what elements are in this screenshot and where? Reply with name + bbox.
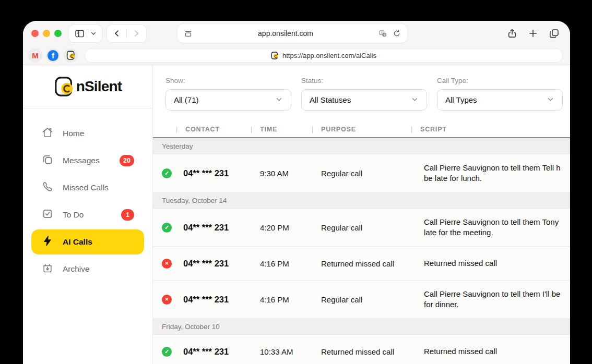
script-line: Call Pierre Sauvignon to tell them I'll … [424, 289, 570, 299]
page-favicon-icon [271, 52, 279, 59]
translate-icon[interactable]: A 文 [378, 29, 387, 38]
call-type-dropdown[interactable]: All Types [437, 89, 563, 111]
logo: nSilent [23, 65, 152, 108]
address-url[interactable]: app.onsilent.com [193, 29, 378, 38]
onsilent-logo-icon [54, 76, 76, 98]
chevron-down-icon [411, 95, 419, 105]
call-row[interactable]: ✕04** *** 2314:16 PMReturned missed call… [153, 247, 570, 281]
status-cell: ✓ [153, 347, 176, 357]
minimize-window-button[interactable] [43, 30, 50, 37]
script-line: be late for lunch. [424, 173, 570, 184]
archive-icon [41, 262, 54, 276]
contact-cell: 04** *** 231 [176, 168, 251, 178]
back-icon[interactable] [112, 29, 122, 38]
date-group-header: Yesterday [153, 138, 570, 154]
sidebar-nav: HomeMessages20Missed CallsTo Do1AI Calls… [23, 108, 152, 294]
table-header: |CONTACT |TIME |PURPOSE |SCRIPT [153, 122, 570, 138]
script-line: Call Pierre Sauvignon to tell them Tony [424, 217, 570, 227]
date-group-header: Friday, October 10 [153, 319, 570, 335]
call-success-icon: ✓ [162, 223, 172, 233]
sidebar: nSilent HomeMessages20Missed CallsTo Do1… [23, 65, 153, 364]
filter-call-type: Call Type:All Types [437, 77, 563, 111]
call-row[interactable]: ✓04** *** 23110:33 AMReturned missed cal… [153, 335, 570, 364]
bolt-icon [41, 235, 54, 249]
dropdown-value: All Types [445, 95, 477, 104]
facebook-favicon[interactable]: f [46, 48, 60, 63]
sidebar-item-messages[interactable]: Messages20 [31, 148, 144, 173]
sidebar-item-home[interactable]: Home [31, 121, 144, 146]
contact-cell: 04** *** 231 [176, 223, 251, 233]
tab-overview-icon[interactable] [549, 28, 560, 39]
call-row[interactable]: ✕04** *** 2314:16 PMRegular callCall Pie… [153, 281, 570, 319]
call-failed-icon: ✕ [162, 295, 172, 305]
sidebar-item-label: Missed Calls [63, 183, 109, 192]
share-icon[interactable] [507, 28, 517, 39]
todo-icon [41, 208, 54, 222]
filters-row: Show:All (71)Status:All StatusesCall Typ… [153, 65, 570, 122]
status-cell: ✓ [153, 223, 176, 233]
onsilent-favicon[interactable] [64, 48, 78, 63]
sidebar-item-label: AI Calls [63, 237, 92, 247]
status-cell: ✕ [153, 295, 176, 305]
main-panel: Show:All (71)Status:All StatusesCall Typ… [153, 65, 570, 364]
copy-icon [41, 153, 54, 168]
sidebar-item-archive[interactable]: Archive [31, 257, 144, 282]
svg-text:文: 文 [383, 33, 386, 36]
time-cell: 10:33 AM [251, 347, 312, 356]
chevron-down-icon [275, 95, 283, 105]
time-cell: 4:16 PM [251, 259, 312, 268]
purpose-cell: Regular call [312, 169, 411, 178]
status-dropdown[interactable]: All Statuses [301, 89, 427, 111]
sidebar-toggle-group [69, 25, 102, 42]
chevron-down-icon [547, 95, 554, 105]
sidebar-item-to-do[interactable]: To Do1 [31, 202, 144, 227]
home-icon [41, 126, 54, 141]
call-row[interactable]: ✓04** *** 2319:30 AMRegular callCall Pie… [153, 154, 570, 192]
contact-cell: 04** *** 231 [176, 259, 251, 269]
dropdown-value: All Statuses [310, 95, 351, 104]
dropdown-value: All (71) [174, 95, 199, 104]
column-header-contact: |CONTACT [176, 126, 251, 133]
notification-badge: 1 [121, 209, 134, 221]
column-header-purpose: |PURPOSE [312, 126, 411, 133]
script-cell: Call Pierre Sauvignon to tell them I'll … [411, 289, 570, 310]
filter-label: Show: [165, 77, 291, 84]
contact-cell: 04** *** 231 [176, 295, 251, 305]
reload-icon[interactable] [393, 29, 401, 38]
script-cell: Returned missed call [411, 346, 570, 357]
call-success-icon: ✓ [162, 347, 172, 357]
page-settings-icon[interactable] [184, 29, 193, 38]
sidebar-item-missed-calls[interactable]: Missed Calls [31, 175, 144, 200]
status-cell: ✓ [153, 168, 176, 178]
column-header-time: |TIME [251, 126, 312, 133]
close-window-button[interactable] [31, 30, 39, 37]
page-url-bar[interactable]: https://app.onsilent.com/aiCalls [85, 48, 563, 63]
purpose-cell: Returned missed call [312, 259, 411, 268]
browser-toolbar: app.onsilent.com A 文 [23, 21, 570, 46]
zoom-window-button[interactable] [54, 30, 62, 37]
call-failed-icon: ✕ [162, 259, 172, 269]
sidebar-item-label: Home [63, 129, 84, 138]
show-dropdown[interactable]: All (71) [165, 89, 291, 111]
time-cell: 4:16 PM [251, 295, 312, 304]
sidebar-item-ai-calls[interactable]: AI Calls [31, 229, 144, 254]
script-line: Returned missed call [424, 258, 570, 269]
phone-icon [41, 180, 54, 195]
nav-buttons [107, 25, 146, 42]
sidebar-toggle-icon[interactable] [74, 28, 85, 39]
status-cell: ✕ [153, 259, 176, 269]
script-line: for dinner. [424, 299, 570, 310]
forward-icon[interactable] [132, 29, 141, 38]
filter-label: Status: [301, 77, 427, 84]
logo-text: nSilent [76, 78, 122, 95]
gmail-favicon[interactable]: M [28, 48, 42, 63]
filter-show: Show:All (71) [165, 77, 291, 111]
call-row[interactable]: ✓04** *** 2314:20 PMRegular callCall Pie… [153, 209, 570, 247]
filter-status: Status:All Statuses [301, 77, 427, 111]
call-success-icon: ✓ [162, 168, 172, 178]
address-bar[interactable]: app.onsilent.com A 文 [177, 24, 407, 43]
new-tab-icon[interactable] [528, 28, 538, 39]
script-line: late for the meeting. [424, 227, 570, 238]
screenshot-background: app.onsilent.com A 文 [0, 0, 592, 364]
sidebar-chevron-icon[interactable] [90, 30, 97, 37]
